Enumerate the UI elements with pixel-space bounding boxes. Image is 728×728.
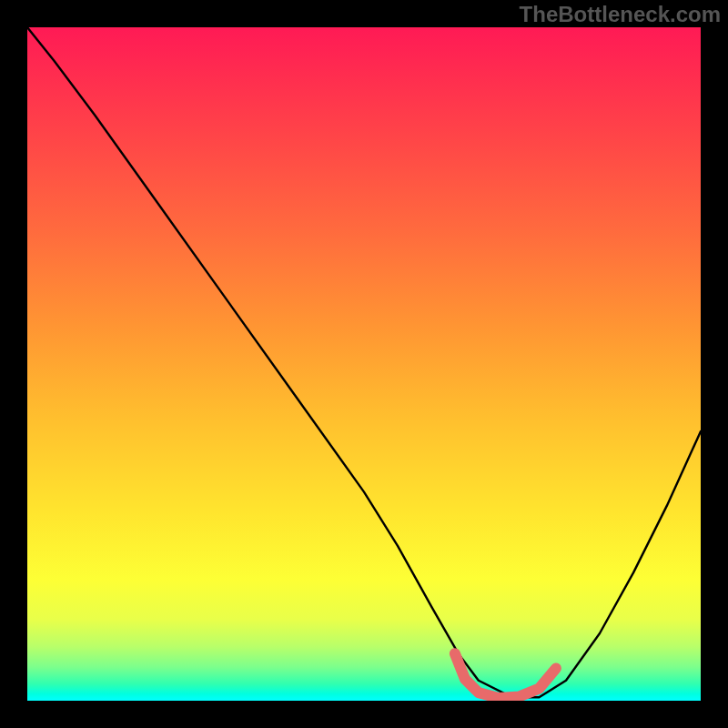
watermark-text: TheBottleneck.com (520, 2, 721, 27)
curve-layer (27, 27, 701, 701)
valley-highlight-path (455, 653, 556, 698)
main-curve-path (27, 27, 701, 697)
chart-frame: TheBottleneck.com (0, 0, 728, 728)
plot-area (27, 27, 701, 701)
